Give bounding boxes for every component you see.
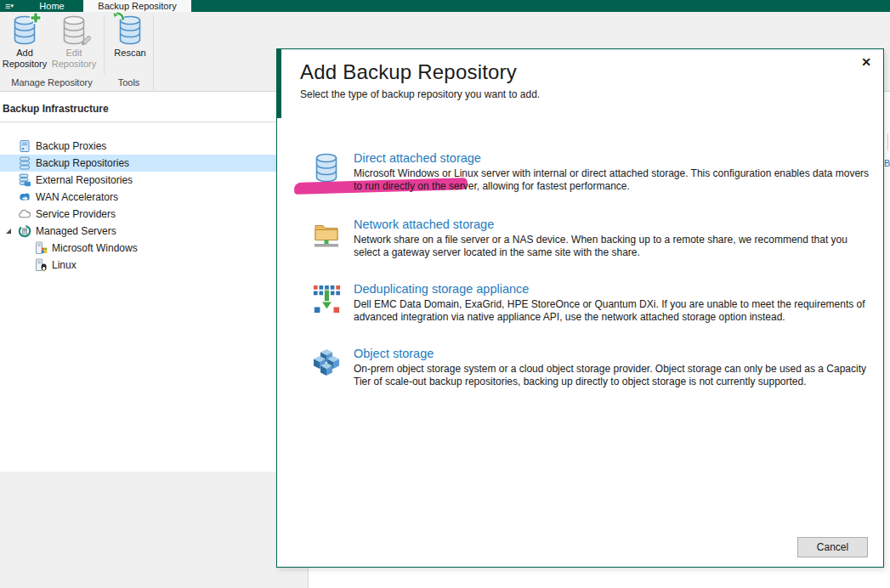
sidebar-item-label: External Repositories	[36, 174, 133, 186]
linux-server-icon	[34, 258, 48, 272]
windows-server-icon	[34, 241, 48, 255]
option-title: Network attached storage	[354, 218, 876, 231]
sidebar-item-label: Managed Servers	[36, 225, 116, 237]
plus-icon	[30, 12, 42, 24]
rescan-label: Rescan	[107, 48, 153, 59]
edit-repository-button[interactable]: Edit Repository	[51, 15, 97, 73]
add-repository-button[interactable]: Add Repository	[2, 15, 48, 73]
dialog-accent-bar	[277, 49, 281, 118]
option-description: Microsoft Windows or Linux server with i…	[354, 167, 876, 193]
sidebar-item-wan-accelerators[interactable]: WAN Accelerators	[0, 189, 308, 206]
sidebar-item-label: Backup Proxies	[36, 140, 106, 152]
direct-attached-storage-icon	[312, 153, 341, 184]
sidebar-item-label: Backup Repositories	[36, 157, 129, 169]
main-menu-button[interactable]: ≡▾	[5, 0, 14, 12]
option-title: Deduplicating storage appliance	[354, 282, 876, 296]
sidebar-item-linux[interactable]: Linux	[0, 257, 308, 274]
rescan-arrow-icon	[112, 12, 124, 24]
object-storage-icon	[312, 348, 341, 379]
deduplicating-appliance-icon	[312, 284, 341, 314]
background-partial-text: B	[884, 158, 890, 168]
cancel-button[interactable]: Cancel	[797, 537, 868, 557]
sidebar-item-microsoft-windows[interactable]: Microsoft Windows	[0, 240, 308, 257]
external-repository-icon	[18, 173, 31, 187]
infrastructure-tree: Backup Proxies Backup Repositories	[0, 138, 308, 274]
close-icon[interactable]: ✕	[861, 55, 871, 69]
panel-title: Backup Infrastructure	[3, 103, 109, 115]
add-backup-repository-dialog: ✕ Add Backup Repository Select the type …	[276, 48, 884, 568]
ribbon-separator	[104, 15, 105, 75]
option-deduplicating-storage-appliance[interactable]: Deduplicating storage appliance Dell EMC…	[277, 282, 885, 343]
background-searchbox-edge	[887, 133, 888, 150]
option-description: Dell EMC Data Domain, ExaGrid, HPE Store…	[354, 298, 876, 324]
managed-servers-icon	[18, 224, 31, 238]
ribbon-group-tools: Tools	[105, 76, 153, 90]
dialog-title: Add Backup Repository	[300, 60, 517, 84]
network-attached-storage-icon	[312, 219, 341, 250]
add-repository-label: Add Repository	[2, 48, 48, 70]
panel-divider	[0, 122, 308, 122]
repository-icon	[18, 156, 31, 170]
option-network-attached-storage[interactable]: Network attached storage Network share o…	[277, 218, 885, 279]
sidebar-item-managed-servers[interactable]: Managed Servers	[0, 223, 308, 240]
option-title: Direct attached storage	[354, 151, 876, 165]
option-object-storage[interactable]: Object storage On-prem object storage sy…	[277, 347, 885, 408]
navigation-pane-footer	[0, 472, 308, 588]
wan-accelerator-icon	[18, 190, 31, 204]
sidebar-item-service-providers[interactable]: Service Providers	[0, 206, 308, 223]
sidebar-item-label: Microsoft Windows	[52, 242, 138, 254]
option-description: Network share on a file server or a NAS …	[354, 234, 876, 259]
sidebar-item-backup-repositories[interactable]: Backup Repositories	[0, 155, 308, 172]
rescan-button[interactable]: Rescan	[107, 15, 153, 73]
tree-expander-icon[interactable]	[6, 229, 11, 234]
option-title: Object storage	[354, 347, 876, 360]
tab-home[interactable]: Home	[26, 0, 78, 12]
title-bar: ≡▾ Home Backup Repository	[0, 0, 890, 12]
sidebar-item-backup-proxies[interactable]: Backup Proxies	[0, 138, 308, 155]
sidebar-item-label: WAN Accelerators	[36, 191, 118, 203]
edit-repository-icon	[60, 15, 88, 46]
edit-repository-label: Edit Repository	[51, 48, 97, 70]
service-provider-icon	[18, 207, 31, 221]
option-direct-attached-storage[interactable]: Direct attached storage Microsoft Window…	[277, 151, 885, 212]
tab-backup-repository[interactable]: Backup Repository	[83, 0, 191, 12]
pencil-icon	[79, 36, 91, 48]
ribbon-group-manage-repository: Manage Repository	[0, 76, 104, 90]
sidebar-item-label: Linux	[52, 259, 77, 271]
proxy-server-icon	[18, 139, 31, 153]
dialog-subtitle: Select the type of backup repository you…	[300, 88, 540, 100]
ribbon-separator	[153, 15, 154, 90]
chevron-down-icon: ▾	[10, 3, 14, 8]
add-repository-icon	[11, 15, 38, 46]
sidebar-item-external-repositories[interactable]: External Repositories	[0, 172, 308, 189]
rescan-icon	[116, 15, 144, 46]
option-description: On-prem object storage system or a cloud…	[354, 363, 876, 388]
backup-infrastructure-panel: Backup Infrastructure Backup Proxies	[0, 93, 309, 588]
veeam-console-window: ≡▾ Home Backup Repository	[0, 0, 890, 588]
sidebar-item-label: Service Providers	[36, 208, 116, 220]
